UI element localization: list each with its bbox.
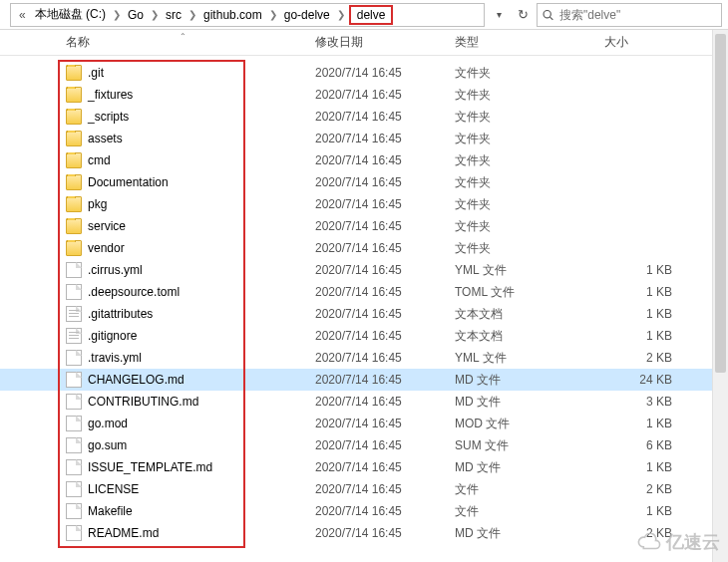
file-date-cell: 2020/7/14 16:45	[309, 438, 449, 452]
breadcrumb-item-github[interactable]: github.com	[198, 6, 267, 24]
file-type-cell: 文件夹	[449, 218, 598, 235]
file-row[interactable]: LICENSE2020/7/14 16:45文件2 KB	[0, 478, 728, 500]
search-box[interactable]	[537, 3, 722, 27]
column-header-name-label: 名称	[66, 35, 90, 49]
file-row[interactable]: .deepsource.toml2020/7/14 16:45TOML 文件1 …	[0, 281, 728, 303]
file-date-cell: 2020/7/14 16:45	[309, 132, 449, 145]
chevron-right-icon[interactable]: ❯	[186, 9, 198, 20]
column-header-type[interactable]: 类型	[449, 34, 598, 51]
file-row[interactable]: CHANGELOG.md2020/7/14 16:45MD 文件24 KB	[0, 369, 728, 391]
chevron-right-icon[interactable]: ❯	[335, 9, 347, 20]
chevron-right-icon[interactable]: ❯	[149, 9, 161, 20]
file-size-cell: 2 KB	[598, 482, 678, 496]
file-size-cell: 1 KB	[598, 263, 678, 277]
file-date-cell: 2020/7/14 16:45	[309, 482, 449, 496]
file-name-label: .cirrus.yml	[88, 263, 143, 277]
file-type-cell: YML 文件	[449, 350, 598, 367]
file-row[interactable]: cmd2020/7/14 16:45文件夹	[0, 149, 728, 171]
breadcrumb-item-disk[interactable]: 本地磁盘 (C:)	[30, 4, 111, 25]
file-date-cell: 2020/7/14 16:45	[309, 307, 449, 321]
breadcrumb-item-go-delve[interactable]: go-delve	[279, 6, 335, 24]
file-size-cell: 24 KB	[598, 373, 678, 387]
file-size-cell: 1 KB	[598, 417, 678, 430]
file-date-cell: 2020/7/14 16:45	[309, 66, 449, 80]
file-name-label: _scripts	[88, 110, 129, 124]
file-row[interactable]: .travis.yml2020/7/14 16:45YML 文件2 KB	[0, 347, 728, 369]
column-header-date[interactable]: 修改日期	[309, 34, 449, 51]
file-name-cell: .git	[60, 65, 309, 81]
file-row[interactable]: _fixtures2020/7/14 16:45文件夹	[0, 84, 728, 106]
file-name-label: Documentation	[88, 175, 169, 189]
file-name-cell: service	[60, 218, 309, 234]
file-date-cell: 2020/7/14 16:45	[309, 88, 449, 102]
file-type-cell: 文本文档	[449, 306, 598, 323]
address-dropdown-icon[interactable]: ▾	[489, 9, 509, 20]
file-row[interactable]: .git2020/7/14 16:45文件夹	[0, 62, 728, 84]
file-row[interactable]: .gitignore2020/7/14 16:45文本文档1 KB	[0, 325, 728, 347]
breadcrumb-item-current[interactable]: delve	[349, 5, 394, 25]
svg-point-0	[544, 10, 550, 17]
file-row[interactable]: vendor2020/7/14 16:45文件夹	[0, 237, 728, 259]
file-row[interactable]: ISSUE_TEMPLATE.md2020/7/14 16:45MD 文件1 K…	[0, 456, 728, 478]
file-size-cell: 2 KB	[598, 351, 678, 365]
file-date-cell: 2020/7/14 16:45	[309, 395, 449, 409]
file-date-cell: 2020/7/14 16:45	[309, 373, 449, 387]
file-name-cell: Makefile	[60, 503, 309, 519]
folder-icon	[66, 196, 82, 212]
file-name-label: cmd	[88, 153, 111, 167]
folder-icon	[66, 109, 82, 125]
file-list[interactable]: .git2020/7/14 16:45文件夹_fixtures2020/7/14…	[0, 56, 728, 544]
chevron-right-icon[interactable]: ❯	[267, 9, 279, 20]
file-row[interactable]: _scripts2020/7/14 16:45文件夹	[0, 106, 728, 128]
file-row[interactable]: pkg2020/7/14 16:45文件夹	[0, 193, 728, 215]
file-name-label: CONTRIBUTING.md	[88, 395, 198, 409]
file-name-cell: .deepsource.toml	[60, 284, 309, 300]
file-name-cell: go.mod	[60, 416, 309, 431]
file-row[interactable]: Documentation2020/7/14 16:45文件夹	[0, 171, 728, 193]
file-row[interactable]: go.sum2020/7/14 16:45SUM 文件6 KB	[0, 434, 728, 456]
file-row[interactable]: .gitattributes2020/7/14 16:45文本文档1 KB	[0, 303, 728, 325]
search-input[interactable]	[538, 4, 721, 26]
file-row[interactable]: README.md2020/7/14 16:45MD 文件2 KB	[0, 522, 728, 544]
column-header-name[interactable]: 名称 ⌃	[60, 34, 309, 51]
file-row[interactable]: assets2020/7/14 16:45文件夹	[0, 128, 728, 149]
text-file-icon	[66, 306, 82, 322]
file-type-cell: SUM 文件	[449, 437, 598, 454]
file-row[interactable]: Makefile2020/7/14 16:45文件1 KB	[0, 500, 728, 522]
file-type-cell: MD 文件	[449, 459, 598, 476]
breadcrumb-item-src[interactable]: src	[161, 6, 186, 24]
file-type-cell: MD 文件	[449, 525, 598, 542]
file-row[interactable]: CONTRIBUTING.md2020/7/14 16:45MD 文件3 KB	[0, 391, 728, 413]
file-name-cell: _scripts	[60, 109, 309, 125]
scrollbar-thumb[interactable]	[715, 34, 726, 373]
folder-icon	[66, 218, 82, 234]
file-icon	[66, 459, 82, 475]
file-type-cell: 文件夹	[449, 109, 598, 126]
breadcrumb[interactable]: « 本地磁盘 (C:) ❯ Go ❯ src ❯ github.com ❯ go…	[10, 3, 485, 27]
file-date-cell: 2020/7/14 16:45	[309, 526, 449, 540]
column-header-size[interactable]: 大小	[598, 34, 678, 51]
file-name-cell: pkg	[60, 196, 309, 212]
file-name-cell: vendor	[60, 240, 309, 256]
folder-icon	[66, 131, 82, 146]
file-type-cell: 文件夹	[449, 196, 598, 213]
file-row[interactable]: .cirrus.yml2020/7/14 16:45YML 文件1 KB	[0, 259, 728, 281]
file-icon	[66, 284, 82, 300]
refresh-icon[interactable]: ↻	[513, 7, 533, 22]
file-date-cell: 2020/7/14 16:45	[309, 285, 449, 299]
file-row[interactable]: service2020/7/14 16:45文件夹	[0, 215, 728, 237]
chevron-right-icon[interactable]: ❯	[111, 9, 123, 20]
file-size-cell: 1 KB	[598, 504, 678, 518]
file-name-label: vendor	[88, 241, 125, 255]
folder-icon	[66, 240, 82, 256]
folder-icon	[66, 174, 82, 190]
breadcrumb-item-go[interactable]: Go	[123, 6, 149, 24]
vertical-scrollbar[interactable]	[712, 30, 728, 562]
text-file-icon	[66, 328, 82, 344]
file-name-cell: Documentation	[60, 174, 309, 190]
file-icon	[66, 372, 82, 388]
file-row[interactable]: go.mod2020/7/14 16:45MOD 文件1 KB	[0, 413, 728, 434]
file-name-cell: .cirrus.yml	[60, 262, 309, 278]
file-icon	[66, 262, 82, 278]
breadcrumb-overflow-icon[interactable]: «	[15, 8, 30, 22]
